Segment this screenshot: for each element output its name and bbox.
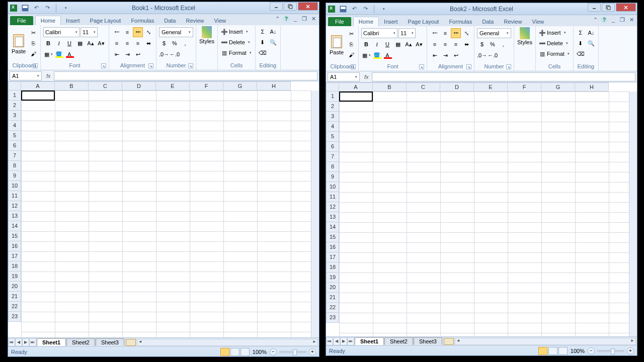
- undo-button[interactable]: ↶: [350, 5, 358, 13]
- row-header[interactable]: 21: [8, 292, 21, 302]
- row-header[interactable]: 19: [326, 273, 339, 283]
- col-header[interactable]: E: [474, 82, 508, 92]
- redo-button[interactable]: ↷: [361, 5, 369, 13]
- grow-font-button[interactable]: A▴: [404, 39, 414, 49]
- clipboard-launcher[interactable]: ⬊: [351, 64, 356, 69]
- sheet-nav-first[interactable]: ⏮: [326, 337, 333, 345]
- row-header[interactable]: 4: [8, 121, 21, 131]
- col-header[interactable]: F: [508, 82, 541, 92]
- decrease-decimal-button[interactable]: ←.0: [170, 49, 180, 59]
- delete-cells-button[interactable]: ➖Delete▾: [220, 37, 253, 47]
- row-header[interactable]: 21: [326, 293, 339, 303]
- underline-button[interactable]: U: [64, 38, 74, 48]
- percent-button[interactable]: %: [170, 38, 180, 48]
- styles-button[interactable]: Styles: [198, 26, 216, 44]
- col-header[interactable]: H: [257, 81, 291, 90]
- cut-button[interactable]: ✂: [347, 29, 356, 38]
- row-header[interactable]: 23: [8, 312, 21, 322]
- paste-button[interactable]: Paste: [10, 26, 28, 62]
- row-header[interactable]: 1: [8, 90, 21, 101]
- page-layout-view-button[interactable]: [548, 347, 557, 355]
- tab-review[interactable]: Review: [499, 17, 527, 26]
- number-launcher[interactable]: ⬊: [506, 64, 511, 69]
- normal-view-button[interactable]: [538, 347, 547, 355]
- delete-cells-button[interactable]: ➖Delete▾: [538, 38, 571, 48]
- zoom-in-button[interactable]: +: [627, 347, 634, 354]
- row-header[interactable]: 12: [8, 201, 21, 211]
- increase-decimal-button[interactable]: .0→: [159, 49, 169, 59]
- name-box[interactable]: A1▾: [328, 72, 360, 81]
- zoom-slider[interactable]: [279, 351, 306, 353]
- orientation-button[interactable]: ⤡: [143, 27, 153, 37]
- workbook-close-button[interactable]: ✕: [628, 16, 635, 23]
- font-name-select[interactable]: Calibri▾: [361, 28, 397, 38]
- clipboard-launcher[interactable]: ⬊: [33, 63, 38, 68]
- row-header[interactable]: 6: [326, 142, 339, 152]
- sheet-tab-3[interactable]: Sheet3: [414, 337, 442, 345]
- tab-data[interactable]: Data: [159, 16, 181, 25]
- cut-button[interactable]: ✂: [29, 28, 38, 37]
- row-header[interactable]: 15: [8, 231, 21, 241]
- col-header[interactable]: G: [223, 81, 257, 90]
- tab-review[interactable]: Review: [181, 16, 209, 25]
- wrap-text-button[interactable]: ↩: [133, 49, 143, 59]
- cells-area[interactable]: [21, 90, 311, 337]
- row-header[interactable]: 19: [8, 272, 21, 282]
- col-header[interactable]: C: [407, 82, 440, 92]
- file-tab[interactable]: File: [10, 16, 33, 25]
- tab-page-layout[interactable]: Page Layout: [85, 16, 126, 25]
- col-header[interactable]: B: [373, 82, 407, 92]
- row-header[interactable]: 20: [326, 283, 339, 293]
- close-button[interactable]: [298, 2, 318, 11]
- merge-button[interactable]: ⬌: [143, 38, 153, 48]
- fill-color-button[interactable]: 🪣: [54, 49, 64, 59]
- autosum-button[interactable]: Σ: [576, 28, 586, 38]
- new-sheet-button[interactable]: [444, 338, 454, 345]
- sheet-nav-last[interactable]: ⏭: [29, 338, 36, 346]
- row-header[interactable]: 10: [326, 182, 339, 192]
- copy-button[interactable]: ⎘: [29, 39, 38, 48]
- sort-filter-button[interactable]: A↓: [586, 28, 596, 38]
- percent-button[interactable]: %: [488, 39, 498, 49]
- file-tab[interactable]: File: [328, 17, 351, 26]
- font-color-button[interactable]: A: [382, 50, 392, 60]
- tab-page-layout[interactable]: Page Layout: [403, 17, 444, 26]
- align-top-button[interactable]: ⬴: [430, 28, 440, 38]
- find-button[interactable]: 🔍: [586, 38, 596, 48]
- page-break-view-button[interactable]: [240, 348, 250, 356]
- align-middle-button[interactable]: ≡: [122, 27, 132, 37]
- row-header[interactable]: 22: [8, 302, 21, 312]
- row-header[interactable]: 3: [326, 112, 339, 122]
- grow-font-button[interactable]: A▴: [86, 38, 96, 48]
- formula-input[interactable]: [54, 71, 317, 80]
- align-left-button[interactable]: ≡: [430, 39, 440, 49]
- sheet-tab-3[interactable]: Sheet3: [96, 338, 124, 346]
- increase-indent-button[interactable]: ⇥: [440, 50, 450, 60]
- vertical-scrollbar[interactable]: [629, 92, 637, 336]
- border-button[interactable]: ▦: [75, 38, 85, 48]
- qat-customize[interactable]: ▾: [379, 5, 387, 13]
- close-button[interactable]: [616, 3, 636, 12]
- tab-view[interactable]: View: [527, 17, 549, 26]
- minimize-ribbon-button[interactable]: ⌃: [274, 15, 281, 22]
- number-launcher[interactable]: ⬊: [188, 63, 193, 68]
- comma-button[interactable]: ,: [498, 39, 508, 49]
- active-cell[interactable]: [21, 90, 55, 101]
- save-button[interactable]: [339, 5, 347, 13]
- font-size-select[interactable]: 11▾: [398, 28, 416, 38]
- currency-button[interactable]: $: [477, 39, 487, 49]
- sheet-nav-next[interactable]: ▶: [340, 337, 347, 345]
- save-button[interactable]: [21, 4, 29, 12]
- workbook-minimize-button[interactable]: _: [292, 15, 299, 22]
- row-header[interactable]: 10: [8, 181, 21, 191]
- row-header[interactable]: 14: [326, 222, 339, 232]
- row-header[interactable]: 16: [8, 241, 21, 251]
- tab-formulas[interactable]: Formulas: [126, 16, 159, 25]
- currency-button[interactable]: $: [159, 38, 169, 48]
- row-header[interactable]: 9: [8, 171, 21, 181]
- minimize-button[interactable]: [588, 3, 601, 12]
- tab-formulas[interactable]: Formulas: [444, 17, 477, 26]
- col-header[interactable]: D: [122, 81, 156, 90]
- styles-button[interactable]: Styles: [516, 27, 534, 45]
- minimize-ribbon-button[interactable]: ⌃: [592, 16, 599, 23]
